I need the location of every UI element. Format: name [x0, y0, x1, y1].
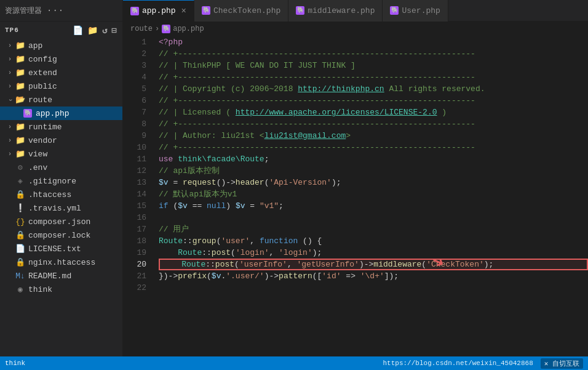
- code-line-21: })->prefix($v.'.user/')->pattern(['id' =…: [159, 270, 588, 282]
- line-num-1: 1: [123, 36, 146, 48]
- refresh-icon[interactable]: ↺: [102, 25, 108, 36]
- sidebar-item-config[interactable]: › 📁 config: [0, 52, 122, 66]
- line-num-20: 20: [123, 259, 146, 270]
- punct: =: [245, 200, 259, 212]
- punct: ::: [205, 259, 215, 270]
- sidebar-item-composer-lock[interactable]: 🔒 composer.lock: [0, 228, 122, 242]
- folder-icon: 📁: [15, 68, 26, 77]
- sidebar-item-vendor[interactable]: › 📁 vendor: [0, 134, 122, 147]
- punct: ,: [250, 235, 260, 247]
- folder-icon: 📁: [15, 55, 26, 63]
- code-line-2: // +------------------------------------…: [159, 48, 588, 60]
- url: http://thinkphp.cn: [298, 83, 384, 95]
- sidebar-item-app-php[interactable]: 🐘 app.php: [0, 107, 122, 120]
- line-num-16: 16: [123, 212, 146, 223]
- code-content[interactable]: <?php // +------------------------------…: [153, 36, 588, 356]
- comment: // api版本控制: [159, 165, 220, 177]
- tab-user-php[interactable]: 🐘 User.php: [383, 0, 448, 22]
- code-line-18: Route::group('user', function () {: [159, 235, 588, 247]
- line-num-9: 9: [123, 130, 146, 142]
- sidebar-item-label: think: [28, 285, 52, 294]
- line-num-5: 5: [123, 83, 146, 95]
- line-num-13: 13: [123, 177, 146, 188]
- line-num-19: 19: [123, 247, 146, 259]
- var: $v: [236, 200, 245, 212]
- punct: ]);: [384, 270, 399, 282]
- tab-close-icon[interactable]: ×: [181, 6, 186, 16]
- php-file-icon: 🐘: [130, 7, 139, 15]
- sidebar-item-htaccess[interactable]: 🔒 .htaccess: [0, 188, 122, 201]
- string: '.user/': [226, 270, 264, 282]
- sidebar-item-gitignore[interactable]: ◈ .gitignore: [0, 174, 122, 188]
- punct: ;: [279, 200, 284, 212]
- punct: );: [332, 177, 341, 188]
- method: header: [236, 177, 264, 188]
- func: request: [183, 177, 217, 188]
- sidebar-item-app[interactable]: › 📁 app: [0, 39, 122, 52]
- func: pattern: [279, 270, 312, 282]
- email: liu21st@gmail.com: [264, 130, 346, 142]
- watermark-label: ✕ 自切互联: [541, 358, 583, 369]
- tab-app-php-label: app.php: [142, 6, 176, 15]
- exclaim-icon: ❕: [15, 204, 26, 212]
- chevron-right-icon: ›: [5, 137, 15, 144]
- sidebar-item-label: .htaccess: [28, 190, 71, 199]
- sidebar-item-travis[interactable]: ❕ .travis.yml: [0, 201, 122, 215]
- code-line-13: $v = request()->header('Api-Version');: [159, 177, 588, 188]
- gear-icon: ⚙: [15, 163, 26, 172]
- sidebar-item-route[interactable]: › 📂 route: [0, 93, 122, 107]
- sidebar-item-readme[interactable]: M↓ README.md: [0, 269, 122, 283]
- chevron-right-icon: ›: [5, 83, 15, 90]
- sidebar-item-label: view: [28, 150, 47, 159]
- sidebar-item-public[interactable]: › 📁 public: [0, 79, 122, 93]
- sidebar-item-label: README.md: [28, 271, 71, 281]
- comment: // | Licensed (: [159, 107, 236, 118]
- sidebar-item-nginx[interactable]: 🔒 nginx.htaccess: [0, 255, 122, 269]
- sidebar-item-extend[interactable]: › 📁 extend: [0, 66, 122, 79]
- code-line-16: [159, 212, 588, 223]
- tab-middleware-php[interactable]: 🐘 middleware.php: [288, 0, 383, 22]
- sidebar-item-runtime[interactable]: › 📁 runtime: [0, 120, 122, 134]
- punct: })->: [159, 270, 178, 282]
- sidebar-item-license[interactable]: 📄 LICENSE.txt: [0, 242, 122, 255]
- lock-icon: 🔒: [15, 190, 26, 199]
- chevron-right-icon: ›: [5, 70, 15, 76]
- status-right: https://blog.csdn.net/weixin_45042868 ✕ …: [383, 358, 583, 369]
- more-options-icon[interactable]: ···: [47, 6, 64, 15]
- status-think-label: think: [5, 360, 25, 367]
- comment: // 默认api版本为v1: [159, 188, 237, 200]
- collapse-icon[interactable]: ⊟: [112, 25, 117, 36]
- folder-open-icon: 📂: [15, 95, 26, 104]
- status-left: think: [5, 360, 25, 367]
- code-editor[interactable]: 1 2 3 4 5 6 7 8 9 10 11 12 13 14 15 16 1: [123, 36, 588, 356]
- punct: ::: [202, 247, 212, 259]
- line-num-3: 3: [123, 60, 146, 71]
- new-file-icon[interactable]: 📄: [73, 25, 84, 36]
- new-folder-icon[interactable]: 📁: [87, 25, 98, 36]
- chevron-right-icon: ›: [5, 42, 15, 49]
- string: 'login': [279, 247, 312, 259]
- sidebar-item-label: runtime: [28, 123, 62, 132]
- tab-app-php[interactable]: 🐘 app.php ×: [123, 0, 194, 22]
- line-num-11: 11: [123, 153, 146, 165]
- sidebar-item-view[interactable]: › 📁 view: [0, 147, 122, 161]
- line-numbers: 1 2 3 4 5 6 7 8 9 10 11 12 13 14 15 16 1: [123, 36, 153, 356]
- url-license: http://www.apache.org/licenses/LICENSE-2…: [236, 107, 437, 118]
- php-file-icon-2: 🐘: [202, 6, 210, 15]
- class-name: Route: [178, 247, 202, 259]
- var: $v: [212, 270, 221, 282]
- txt-icon: 📄: [15, 244, 26, 253]
- tab-checktoken-php[interactable]: 🐘 CheckToken.php: [194, 0, 288, 22]
- comment: // +------------------------------------…: [159, 95, 475, 107]
- sidebar-item-env[interactable]: ⚙ .env: [0, 161, 122, 174]
- func: post: [212, 247, 231, 259]
- sidebar-item-composer-json[interactable]: {} composer.json: [0, 215, 122, 228]
- punct: =: [169, 177, 183, 188]
- sidebar-item-think[interactable]: ◉ think: [0, 283, 122, 296]
- comment: // | Author: liu21st <: [159, 130, 264, 142]
- class-name: Route: [159, 235, 183, 247]
- breadcrumb: route › 🐘 app.php: [123, 22, 588, 36]
- chevron-right-icon: ›: [5, 151, 15, 158]
- punct: )->: [359, 259, 373, 270]
- status-url: https://blog.csdn.net/weixin_45042868: [383, 360, 533, 367]
